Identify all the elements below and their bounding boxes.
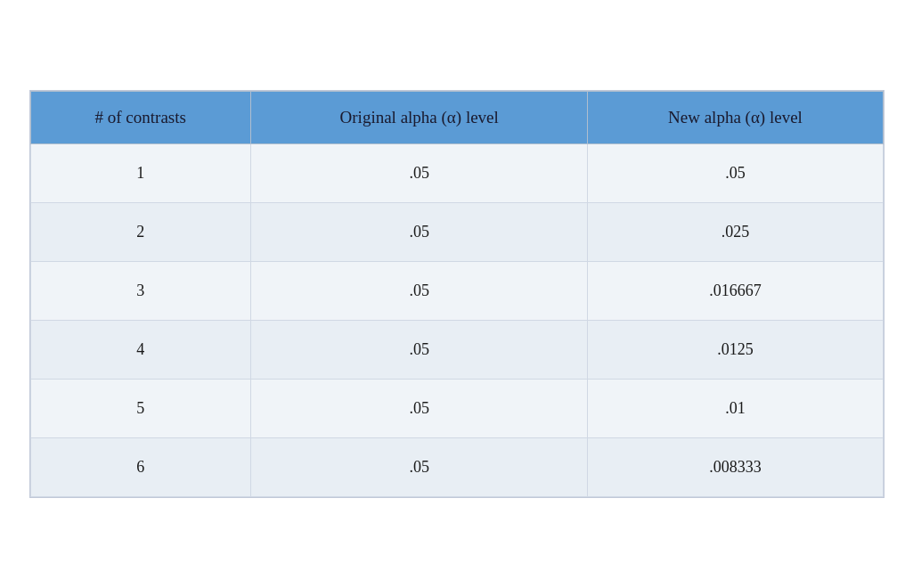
header-original-alpha: Original alpha (α) level (250, 92, 587, 144)
header-new-alpha: New alpha (α) level (588, 92, 883, 144)
cell-contrasts: 4 (30, 321, 250, 380)
cell-new-alpha: .01 (588, 380, 883, 438)
table-row: 3.05.016667 (30, 262, 883, 321)
cell-contrasts: 2 (30, 203, 250, 262)
table-row: 4.05.0125 (30, 321, 883, 380)
cell-new-alpha: .025 (588, 203, 883, 262)
cell-new-alpha: .0125 (588, 321, 883, 380)
cell-contrasts: 1 (30, 144, 250, 203)
cell-new-alpha: .05 (588, 144, 883, 203)
table-row: 6.05.008333 (30, 438, 883, 497)
cell-original-alpha: .05 (250, 321, 587, 380)
cell-original-alpha: .05 (250, 203, 587, 262)
cell-new-alpha: .008333 (588, 438, 883, 497)
cell-contrasts: 3 (30, 262, 250, 321)
table-header-row: # of contrasts Original alpha (α) level … (30, 92, 883, 144)
cell-original-alpha: .05 (250, 144, 587, 203)
table-row: 1.05.05 (30, 144, 883, 203)
cell-original-alpha: .05 (250, 380, 587, 438)
bonferroni-table: # of contrasts Original alpha (α) level … (29, 90, 884, 498)
table-row: 2.05.025 (30, 203, 883, 262)
cell-contrasts: 5 (30, 380, 250, 438)
cell-new-alpha: .016667 (588, 262, 883, 321)
cell-original-alpha: .05 (250, 438, 587, 497)
cell-original-alpha: .05 (250, 262, 587, 321)
header-contrasts: # of contrasts (30, 92, 250, 144)
cell-contrasts: 6 (30, 438, 250, 497)
table-row: 5.05.01 (30, 380, 883, 438)
